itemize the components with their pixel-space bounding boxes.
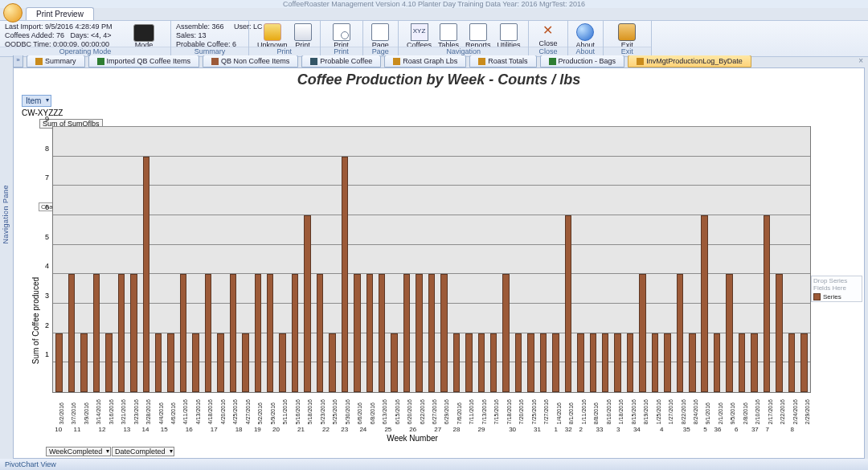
bar (167, 333, 174, 392)
week-cell: 21 (289, 426, 313, 433)
week-cell: 25 (375, 426, 400, 433)
y-tick: 4 (45, 262, 49, 270)
bar (714, 333, 720, 392)
doc-tab[interactable]: Roast Graph Lbs (384, 55, 466, 67)
x-tick: 8/24/2016 (693, 399, 698, 424)
doc-tab[interactable]: Production - Bags (540, 55, 625, 67)
x-tick: 6/29/2016 (444, 399, 449, 424)
x-tick: 1/25/2016 (656, 399, 661, 424)
week-number-row: 1011121314151617181920212223242526272829… (52, 426, 811, 434)
week-cell: 19 (252, 426, 264, 433)
doc-tab[interactable]: InvMgtProductionLog_ByDate (628, 55, 751, 67)
page-setup-icon (371, 23, 389, 41)
week-cell: 16 (177, 426, 202, 433)
x-tick: 1/27/2016 (668, 399, 674, 424)
week-cell: 32 (562, 426, 574, 433)
x-tick: 2/22/2016 (780, 399, 785, 424)
week-completed-dropdown[interactable]: WeekCompleted (46, 447, 111, 456)
bar (478, 333, 485, 392)
legend-hint: Drop Series Fields Here (813, 277, 847, 292)
week-cell: 23 (338, 426, 350, 433)
x-tick: 4/13/2016 (195, 399, 201, 424)
bar (416, 274, 422, 392)
tab-icon (211, 58, 219, 65)
bar (217, 333, 223, 392)
nav-pane-label[interactable]: Navigation Pane (2, 185, 11, 244)
week-cell: 26 (400, 426, 425, 433)
bar (130, 274, 137, 392)
bar (664, 333, 670, 392)
x-tick: 3/21/2016 (121, 399, 126, 424)
office-button[interactable] (3, 3, 23, 22)
bar (366, 274, 373, 392)
week-cell: 35 (674, 426, 699, 433)
ribbon: Last Import: 9/5/2016 4:28:49 PM Coffees… (0, 20, 868, 57)
tab-close-button[interactable]: × (858, 56, 863, 65)
x-tick: 6/13/2016 (382, 399, 387, 424)
x-tick: 2/10/2016 (755, 399, 760, 424)
date-completed-dropdown[interactable]: DateCompleted (112, 447, 174, 456)
doc-tab[interactable]: Probable Coffee (301, 55, 381, 67)
bar (118, 274, 125, 392)
bar (342, 157, 348, 392)
bar (490, 333, 497, 392)
x-tick: 6/15/2016 (395, 399, 400, 424)
bar (602, 333, 608, 392)
item-value: CW-XYZZZ (22, 108, 63, 117)
week-cell: 28 (450, 426, 462, 433)
pivot-chart: Coffee Production by Week - Counts / lbs… (13, 67, 865, 459)
x-tick: 5/9/2016 (270, 403, 276, 424)
tab-icon (310, 58, 317, 65)
week-cell: 31 (525, 426, 550, 433)
nav-pane-toggle[interactable]: » (13, 55, 23, 67)
week-cell: 36 (711, 426, 723, 433)
bar (689, 333, 695, 392)
week-cell: 11 (64, 426, 89, 433)
bar (776, 274, 782, 392)
doc-tab[interactable]: QB Non Coffee Items (203, 55, 298, 67)
bar (577, 333, 583, 392)
print-icon (294, 23, 312, 41)
week-cell: 13 (114, 426, 139, 433)
assemble: Assemble: 366 (176, 22, 224, 31)
x-tick: 5/25/2016 (332, 399, 338, 424)
legend-swatch (813, 293, 821, 300)
bar (465, 333, 472, 392)
x-axis-label: Week Number (14, 434, 811, 443)
doc-tab[interactable]: Summary (27, 55, 85, 67)
status-bar: PivotChart View (0, 459, 868, 470)
x-tick-labels: 3/2/20163/7/20163/9/20163/14/20163/16/20… (52, 403, 811, 424)
legend-drop-zone[interactable]: Drop Series Fields Here Series (811, 276, 862, 302)
tab-icon (637, 58, 644, 65)
bar (639, 274, 645, 392)
x-tick: 3/9/2016 (84, 403, 89, 424)
week-cell: 6 (724, 426, 749, 433)
bar (391, 333, 397, 392)
chart-title: Coffee Production by Week - Counts / lbs (14, 68, 864, 90)
x-tick: 4/11/2016 (182, 399, 188, 424)
x-tick: 7/13/2016 (481, 399, 487, 424)
x-tick: 5/18/2016 (307, 399, 313, 424)
mode-button[interactable]: Mode (130, 22, 158, 49)
bar (317, 274, 323, 392)
week-cell: 2 (575, 426, 587, 433)
x-tick: 3/28/2016 (145, 399, 151, 424)
x-tick: 5/16/2016 (295, 399, 301, 424)
bar (255, 274, 261, 392)
bar (329, 333, 335, 392)
week-cell: 4 (649, 426, 674, 433)
item-filter-dropdown[interactable]: Item (22, 95, 51, 107)
x-tick: 6/20/2016 (407, 399, 412, 424)
x-tick: 5/30/2016 (345, 399, 350, 424)
bar (540, 333, 547, 392)
bar (205, 274, 211, 392)
x-tick: 3/23/2016 (133, 399, 139, 424)
tab-icon (478, 58, 485, 65)
doc-tab[interactable]: Imported QB Coffee Items (88, 55, 199, 67)
week-cell: 24 (350, 426, 375, 433)
bar (788, 333, 795, 392)
doc-tab[interactable]: Roast Totals (469, 55, 536, 67)
week-cell: 5 (699, 426, 711, 433)
file-tab-print-preview[interactable]: Print Preview (26, 7, 94, 21)
x-tick: 6/22/2016 (420, 399, 425, 424)
